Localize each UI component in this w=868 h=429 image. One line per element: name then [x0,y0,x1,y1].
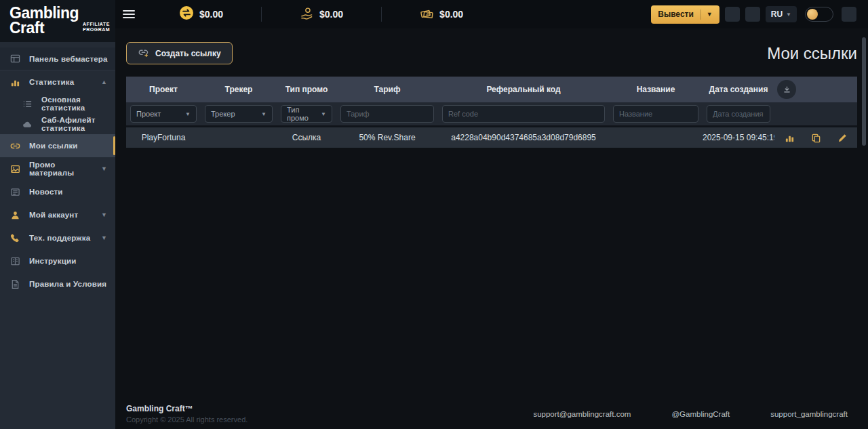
sidebar-item-label: Мои ссылки [29,142,78,150]
messages-button[interactable] [745,7,760,22]
content-header: Создать ссылку Мои ссылки [115,28,868,64]
sidebar-item-webmaster-panel[interactable]: Панель вебмастера [0,47,115,70]
row-project: PlayFortuna [126,133,201,142]
footer-links: support@gamblingcraft.com @GamblingCraft… [533,410,848,424]
scrollbar-thumb[interactable] [862,37,866,146]
sidebar-item-label: Статистика [29,78,74,86]
create-link-button-label: Создать ссылку [155,49,221,58]
newspaper-icon [9,186,20,197]
tariff-filter-input[interactable] [340,105,434,123]
chevron-down-icon: ▼ [261,111,267,117]
balance-group: $0.00 $0.00 $0.00 [141,5,501,23]
column-header-promo-type[interactable]: Тип промо [277,85,336,94]
sidebar: Gambling Craft AFFILIATE PROGRAM Панель … [0,0,115,429]
balance-payout[interactable]: $0.00 [382,6,501,23]
bar-chart-icon [9,77,20,87]
column-header-created[interactable]: Дата создания [703,85,774,94]
sidebar-item-news[interactable]: Новости [0,180,115,203]
sidebar-item-tech-support[interactable]: Тех. поддержка ▼ [0,226,115,249]
topbar: $0.00 $0.00 $0.00 Вывести ▼ [115,0,868,28]
project-filter-select[interactable]: Проект ▼ [130,105,197,123]
cloud-icon [22,119,33,129]
project-filter-value: Проект [136,110,161,118]
row-edit-button[interactable] [836,131,848,144]
app-window: Gambling Craft AFFILIATE PROGRAM Панель … [0,0,868,429]
sidebar-item-my-account[interactable]: Мой аккаунт ▼ [0,203,115,226]
page-title: Мои ссылки [767,44,857,63]
chevron-down-icon: ▼ [185,111,191,117]
balance-value: $0.00 [199,9,223,20]
sidebar-item-label: Промо материалы [29,161,101,177]
sidebar-item-label: Новости [29,188,63,196]
download-button[interactable] [777,80,796,99]
logo[interactable]: Gambling Craft AFFILIATE PROGRAM [0,0,115,42]
ref-code-filter-input[interactable] [442,105,605,123]
copy-icon [811,133,821,143]
footer-brand: Gambling Craft™ [126,404,248,413]
sidebar-item-sub-affiliate-statistics[interactable]: Саб-Афилейт статистика [0,114,115,134]
footer: Gambling Craft™ Copyright © 2025 All rig… [115,404,868,425]
toggle-knob [807,9,818,20]
sidebar-item-promo-materials[interactable]: Промо материалы ▼ [0,157,115,180]
link-plus-icon [138,47,149,60]
chevron-down-icon: ▼ [101,234,107,241]
chevron-down-icon: ▼ [321,111,326,117]
sidebar-item-label: Тех. поддержка [29,234,90,242]
user-icon [9,209,20,220]
exchange-icon [179,5,194,23]
row-created: 2025-09-15 09:45:19 [703,133,774,142]
main-content: Создать ссылку Мои ссылки Проект Трекер … [115,28,868,429]
name-filter-input[interactable] [613,105,698,123]
list-icon [22,98,33,109]
footer-brand-block: Gambling Craft™ Copyright © 2025 All rig… [126,404,248,424]
divider [701,9,701,20]
balance-hold[interactable]: $0.00 [262,6,381,23]
column-header-project[interactable]: Проект [126,85,201,94]
create-link-button[interactable]: Создать ссылку [126,42,233,64]
sidebar-item-label: Инструкции [29,257,76,265]
column-header-ref-code[interactable]: Реферальный код [438,85,609,94]
phone-support-icon [9,232,20,243]
tracker-filter-value: Трекер [211,110,235,118]
column-header-name[interactable]: Название [609,85,703,94]
row-copy-button[interactable] [810,131,822,144]
footer-social-link[interactable]: @GamblingCraft [671,410,730,418]
profile-button[interactable] [842,7,856,22]
promo-type-filter-select[interactable]: Тип промо ▼ [281,105,332,123]
language-select[interactable]: RU ▼ [766,6,797,22]
withdraw-button-label: Вывести [658,9,694,19]
chevron-down-icon: ▼ [786,12,791,18]
sidebar-item-statistics[interactable]: Статистика ▲ [0,70,115,94]
row-ref-code: a4228a04b90d4374685a3d08d79d6895 [438,133,609,142]
hamburger-menu-icon[interactable] [121,6,137,22]
sidebar-item-terms[interactable]: Правила и Условия [0,272,115,295]
promo-type-filter-value: Тип промо [287,106,321,122]
chevron-down-icon: ▼ [707,11,713,18]
column-header-tracker[interactable]: Трекер [201,85,277,94]
footer-telegram-link[interactable]: support_gamblingcraft [770,410,848,418]
footer-support-email-link[interactable]: support@gamblingcraft.com [533,410,631,418]
row-statistics-button[interactable] [783,131,795,144]
dashboard-icon [9,54,20,64]
sidebar-item-label: Панель вебмастера [29,55,108,63]
sidebar-item-my-links[interactable]: Мои ссылки [0,134,115,157]
sidebar-item-label: Правила и Условия [29,280,106,288]
sidebar-item-main-statistics[interactable]: Основная статистика [0,94,115,114]
sidebar-item-instructions[interactable]: Инструкции [0,249,115,272]
notifications-button[interactable] [725,7,740,22]
language-label: RU [771,9,783,19]
tracker-filter-select[interactable]: Трекер ▼ [205,105,273,123]
balance-value: $0.00 [319,9,343,20]
theme-toggle[interactable] [805,7,833,22]
footer-copyright: Copyright © 2025 All rights reserved. [126,415,248,424]
chevron-up-icon: ▲ [101,79,107,85]
column-header-tariff[interactable]: Тариф [336,85,438,94]
link-icon [9,140,20,151]
image-icon [9,163,20,174]
table-filter-row: Проект ▼ Трекер ▼ Тип промо ▼ [126,102,857,127]
links-table: Проект Трекер Тип промо Тариф Реферальны… [126,77,857,148]
balance-exchange[interactable]: $0.00 [141,5,261,23]
date-filter-input[interactable] [707,105,770,123]
column-header-actions [774,80,857,99]
withdraw-button[interactable]: Вывести ▼ [651,5,719,24]
